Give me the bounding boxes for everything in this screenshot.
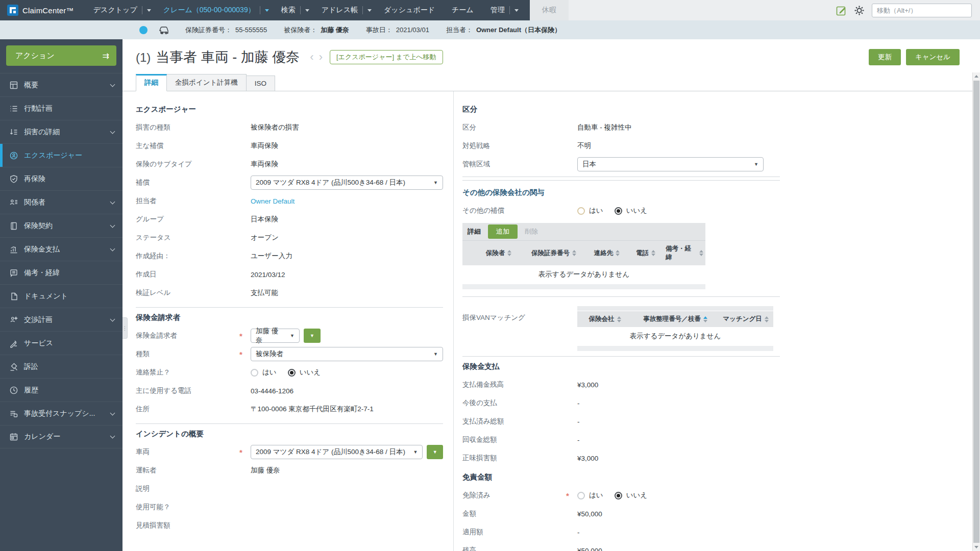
column-header-policy-number[interactable]: 保険証券番号 — [522, 241, 586, 265]
column-header-notes[interactable]: 備考・経緯 — [664, 241, 705, 265]
column-header-matching-date[interactable]: マッチング日 — [718, 311, 773, 327]
scroll-down-arrow[interactable] — [973, 543, 980, 551]
sort-icon — [699, 250, 703, 256]
insured-value: 加藤 優奈 — [321, 26, 349, 35]
sidebar-item-parties-involved[interactable]: 関係者 — [0, 190, 122, 214]
sidebar-item-policy[interactable]: 保険契約 — [0, 214, 122, 237]
litigation-gavel-icon — [9, 362, 18, 371]
claimant-type-select[interactable]: 被保険者▼ — [251, 347, 443, 361]
goto-input[interactable] — [872, 4, 972, 17]
vehicle-claim-icon — [158, 26, 170, 35]
guidewire-logo-icon — [7, 5, 18, 16]
no-contact-yes-radio[interactable] — [251, 369, 258, 377]
sidebar-item-summary[interactable]: 概要 — [0, 73, 122, 96]
reinsurance-shield-icon — [9, 174, 18, 184]
owner-link[interactable]: Owner Default — [251, 197, 295, 205]
previous-exposure-button[interactable]: ‹ — [310, 52, 313, 63]
column-header-contact[interactable]: 連絡先 — [586, 241, 628, 265]
validation-level-value: 支払可能 — [251, 288, 278, 297]
sidebar-resize-handle[interactable]: ⋮ — [122, 317, 128, 339]
nav-address-book[interactable]: アドレス帳 — [315, 0, 378, 20]
form-row: 主な補償車両保険 — [136, 137, 443, 155]
nav-desktop[interactable]: デスクトップ — [87, 0, 157, 20]
sidebar-item-fnol-snapshot[interactable]: 事故受付スナップシ... — [0, 402, 122, 425]
compose-note-icon[interactable] — [836, 5, 847, 16]
next-exposure-button[interactable]: › — [319, 52, 323, 63]
update-button[interactable]: 更新 — [869, 49, 901, 65]
column-header-insurer[interactable]: 保険者 — [476, 241, 522, 265]
chevron-down-icon: ▼ — [285, 333, 295, 338]
form-row: 補償 2009 マツダ RX8 4ドア (品川500き34-68 / 日本)▼ — [136, 173, 443, 192]
chevron-down-icon: ▼ — [408, 449, 418, 455]
policy-icon — [9, 221, 18, 231]
form-row: 見積損害額 — [136, 516, 443, 535]
jurisdiction-select[interactable]: 日本▼ — [577, 157, 764, 171]
gear-icon[interactable] — [854, 5, 865, 16]
sidebar-item-loss-details[interactable]: 損害の詳細 — [0, 120, 122, 143]
nav-administration[interactable]: 管理 — [484, 0, 525, 20]
exposure-detail-screen: (1) 当事者 車両 - 加藤 優奈 ‹ › [エクスポージャー] まで上へ移動… — [122, 39, 980, 551]
chevron-down-icon — [305, 9, 309, 12]
form-row: 金額¥50,000 — [462, 505, 780, 523]
chevron-down-icon — [368, 9, 372, 12]
tab-details[interactable]: 詳細 — [136, 74, 167, 91]
form-row: その他の補償 はい いいえ — [462, 202, 780, 220]
top-navigation-bar: ClaimCenter™ デスクトップ クレーム（050-00-000039） … — [0, 0, 980, 20]
other-coverage-no-radio[interactable] — [615, 207, 622, 215]
claimant-select[interactable]: 加藤 優奈▼ — [251, 329, 300, 343]
nav-search[interactable]: 検索 — [275, 0, 315, 20]
column-header-insurance-company[interactable]: 保険会社 — [577, 311, 632, 327]
sidebar-item-notes[interactable]: 備考・経緯 — [0, 261, 122, 284]
add-carrier-button[interactable]: 追加 — [488, 224, 518, 239]
sidebar-item-action-plan[interactable]: 行動計画 — [0, 96, 122, 120]
action-plan-icon — [9, 104, 18, 113]
no-contact-no-radio[interactable] — [288, 369, 296, 377]
sidebar-item-exposures[interactable]: エクスポージャー — [0, 143, 122, 167]
sidebar-item-financials[interactable]: 保険金支払 — [0, 237, 122, 261]
sidebar-item-reinsurance[interactable]: 再保険 — [0, 167, 122, 190]
sidebar-item-negotiation-plan[interactable]: 交渉計画 — [0, 308, 122, 331]
created-via-value: ユーザー入力 — [251, 252, 292, 261]
up-to-exposures-button[interactable]: [エクスポージャー] まで上へ移動 — [330, 50, 443, 64]
scroll-up-arrow[interactable] — [973, 72, 980, 80]
section-divider — [462, 296, 780, 297]
chevron-down-icon: ▼ — [749, 162, 758, 167]
form-row: 対処戦略不明 — [462, 137, 780, 155]
chevron-down-icon — [110, 316, 115, 321]
scrollbar-thumb[interactable] — [973, 81, 979, 543]
form-row: 損害の種類被保険者の損害 — [136, 118, 443, 137]
sort-icon — [572, 250, 576, 256]
tab-iso[interactable]: ISO — [247, 76, 275, 91]
nav-dashboard[interactable]: ダッシュボード — [378, 0, 446, 20]
waived-yes-radio[interactable] — [577, 492, 585, 499]
sidebar-item-calendar[interactable]: カレンダー — [0, 425, 122, 448]
cancel-button[interactable]: キャンセル — [906, 49, 960, 65]
form-row: 管轄区域 日本▼ — [462, 155, 780, 173]
column-header-accident-number[interactable]: 事故整理番号／枝番 — [632, 311, 718, 327]
sidebar-item-documents[interactable]: ドキュメント — [0, 284, 122, 308]
form-row: 運転者加藤 優奈 — [136, 461, 443, 480]
primary-coverage-value: 車両保険 — [251, 141, 278, 151]
negotiation-icon — [9, 315, 18, 324]
actions-button[interactable]: アクション ⇉ — [6, 45, 116, 66]
form-row: 支払備金残高¥3,000 — [462, 375, 780, 394]
vehicle-menu-button[interactable]: ▼ — [427, 445, 443, 459]
right-form-column: 区分 区分自動車 - 複雑性中 対処戦略不明 管轄区域 日本▼ その他の保険会社… — [453, 91, 780, 551]
claimant-menu-button[interactable]: ▼ — [304, 329, 321, 343]
sidebar-item-history[interactable]: 履歴 — [0, 378, 122, 402]
nav-claim[interactable]: クレーム（050-00-000039） — [157, 0, 275, 20]
coverage-select[interactable]: 2009 マツダ RX8 4ドア (品川500き34-68 / 日本)▼ — [251, 176, 443, 190]
nav-team[interactable]: チーム — [446, 0, 484, 20]
other-coverage-yes-radio[interactable] — [577, 207, 585, 215]
page-title: (1) 当事者 車両 - 加藤 優奈 — [136, 48, 300, 66]
tab-total-loss-calculator[interactable]: 全損ポイント計算機 — [167, 74, 247, 91]
vehicle-select[interactable]: 2009 マツダ RX8 4ドア (品川500き34-68 / 日本)▼ — [251, 445, 423, 459]
column-header-phone[interactable]: 電話 — [628, 241, 664, 265]
sidebar-item-services[interactable]: サービス — [0, 331, 122, 355]
vertical-scrollbar[interactable] — [972, 72, 980, 551]
delete-carrier-button[interactable]: 削除 — [525, 227, 538, 236]
waived-no-radio[interactable] — [615, 492, 622, 499]
claimcenter-app: ClaimCenter™ デスクトップ クレーム（050-00-000039） … — [0, 0, 980, 551]
sidebar-item-litigation[interactable]: 訴訟 — [0, 355, 122, 378]
nav-vacation[interactable]: 休暇 — [530, 0, 569, 20]
